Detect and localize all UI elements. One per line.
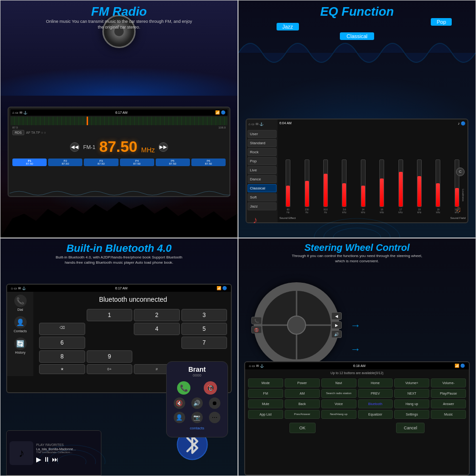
sw-right-btn-1[interactable]: ◀: [331, 312, 342, 320]
sw-btn-search-radio[interactable]: Search radio station: [321, 389, 357, 398]
sw-btn-home[interactable]: Home: [358, 378, 393, 387]
bt-history-icon[interactable]: 🔄: [14, 337, 27, 350]
eq-menu-standard[interactable]: Standard: [248, 139, 277, 147]
fm-time: 6:17 AM: [115, 111, 128, 114]
eq-slider-track-9[interactable]: [436, 159, 440, 207]
eq-menu-jazz[interactable]: Jazz: [248, 202, 277, 210]
sw-btn-mute[interactable]: Mute: [248, 399, 283, 408]
eq-music-note-1: ♪: [253, 215, 258, 226]
eq-menu-dance[interactable]: Dance: [248, 175, 277, 183]
sw-ok-button[interactable]: OK: [289, 423, 316, 433]
sw-btn-equalizer[interactable]: Equalizer: [358, 410, 393, 419]
bt-mute-button[interactable]: 🔇: [174, 397, 185, 409]
bt-home-icon: ⌂ ▭ ✉ ⚓: [11, 287, 26, 290]
bt-key-0[interactable]: 0+: [87, 364, 133, 374]
bt-answer-button[interactable]: 📞: [177, 381, 190, 395]
bt-key-7[interactable]: 7: [181, 337, 228, 349]
bt-key-3[interactable]: 3: [181, 309, 228, 321]
bt-contacts-item: 👤 Contacts: [14, 316, 27, 333]
sw-btn-vol-up[interactable]: Volume+: [394, 378, 429, 387]
sw-btn-vol-down[interactable]: Volume-: [431, 378, 466, 387]
bt-key-1[interactable]: 1: [87, 309, 133, 321]
bt-contacts-icon[interactable]: 👤: [14, 316, 27, 328]
sw-btn-fm[interactable]: FM: [248, 389, 283, 398]
sw-cancel-button[interactable]: Cancel: [396, 423, 425, 433]
sw-btn-settings[interactable]: Settings: [394, 410, 429, 419]
sw-left-btn-2[interactable]: 📵: [251, 326, 262, 334]
sw-btn-navi[interactable]: Navi: [321, 378, 357, 387]
sw-btn-hangup[interactable]: Hang up: [394, 399, 429, 408]
eq-menu-classical[interactable]: Classical: [248, 184, 277, 192]
eq-slider-track-2[interactable]: [305, 159, 309, 207]
eq-slider-track-10[interactable]: [455, 159, 459, 207]
eq-menu-soft[interactable]: Soft: [248, 193, 277, 201]
eq-slider-fill-9: [436, 183, 440, 207]
fm-preset-p5[interactable]: P5 87.50: [156, 159, 190, 166]
sw-btn-applist[interactable]: App List: [248, 410, 283, 419]
bt-key-2[interactable]: 2: [134, 309, 180, 321]
fm-main-title: FM Radio: [0, 4, 238, 19]
sw-btn-next[interactable]: NEXT: [394, 389, 429, 398]
fm-screen: ⌂ ▭ ✉ ⚓ 6:17 AM 📶 🔵 87.5 108.0 RDS AF TA…: [8, 107, 230, 197]
steering-wheel-cell: Steering Wheel Control Through it you ca…: [238, 238, 476, 476]
bt-key-9[interactable]: 9: [87, 350, 133, 363]
eq-menu-live[interactable]: Live: [248, 166, 277, 174]
sw-right-btn-2[interactable]: ▶: [331, 321, 342, 329]
bt-video-btn[interactable]: 📷: [191, 412, 203, 423]
sw-btn-music[interactable]: Music: [431, 410, 466, 419]
sw-hint-text: Up to 12 buttons are available(0/12): [245, 369, 469, 377]
eq-slider-track-1[interactable]: [286, 159, 290, 207]
bt-key-4[interactable]: 4: [134, 323, 180, 335]
sw-btn-mode[interactable]: Mode: [248, 378, 283, 387]
bt-key-6[interactable]: 6: [39, 337, 85, 349]
bt-extra-controls: 🔇 🔊 ⏺: [170, 397, 224, 409]
sw-btn-bluetooth[interactable]: Bluetooth: [358, 399, 393, 408]
fm-next-button[interactable]: ▶▶: [159, 142, 168, 152]
bt-more-btn[interactable]: ⋯: [209, 412, 220, 423]
eq-menu-pop[interactable]: Pop: [248, 157, 277, 165]
bt-caller-name: Brant: [170, 366, 224, 373]
fm-preset-p2[interactable]: P2 87.50: [48, 159, 82, 166]
fm-rds-button[interactable]: RDS: [12, 130, 24, 135]
bt-phone-icon[interactable]: 📞: [14, 295, 27, 307]
bt-speaker-button[interactable]: 🔊: [191, 397, 203, 409]
eq-slider-track-8[interactable]: [417, 159, 422, 207]
eq-menu-rock[interactable]: Rock: [248, 148, 277, 156]
sw-btn-prev[interactable]: PREV: [358, 389, 393, 398]
fm-prev-button[interactable]: ◀◀: [70, 142, 79, 152]
sw-btn-prev-answer[interactable]: Prev/Answer: [285, 410, 320, 419]
fm-af-indicator: AF TA TP ○ ○: [26, 131, 46, 134]
fm-preset-p3-freq: 87.50: [84, 162, 118, 165]
bt-key-backspace[interactable]: ⌫: [39, 323, 85, 335]
fm-preset-p1[interactable]: P1 87.50: [12, 159, 47, 166]
bt-contacts-btn[interactable]: 👤: [174, 412, 185, 423]
bt-decline-button[interactable]: 📵: [204, 381, 217, 395]
sw-btn-back[interactable]: Back: [285, 399, 320, 408]
eq-slider-fill-1: [286, 186, 290, 207]
fm-preset-p6[interactable]: P6 87.50: [191, 159, 226, 166]
sw-btn-play-pause[interactable]: Play/Pause: [431, 389, 466, 398]
fm-frequency-value: 87.50: [99, 138, 137, 156]
sw-wheel-container: 📞 📵 ◀ ▶ 🔊: [254, 282, 339, 368]
bt-dial-label: Dial: [17, 308, 23, 311]
bt-key-star[interactable]: ★: [39, 364, 85, 374]
eq-c-button[interactable]: C: [456, 168, 465, 176]
bt-record-button[interactable]: ⏺: [209, 397, 220, 409]
bt-key-5[interactable]: 5: [181, 323, 228, 335]
sw-signal-icon: 📶 🔵: [455, 364, 465, 368]
fm-preset-p3[interactable]: P3 87.50: [84, 159, 118, 166]
bt-status-label: Bluetooth unconnected: [35, 292, 231, 307]
sw-btn-voice[interactable]: Voice: [321, 399, 357, 408]
sw-btn-power[interactable]: Power: [285, 378, 320, 387]
sw-left-btn-1[interactable]: 📞: [251, 317, 262, 325]
fm-preset-p4[interactable]: P4 87.50: [120, 159, 154, 166]
sw-btn-next-hangup[interactable]: Next/Hang up: [321, 410, 357, 419]
eq-menu-user[interactable]: User: [248, 130, 277, 138]
fm-preset-p6-freq: 87.50: [192, 162, 225, 165]
sw-btn-am[interactable]: AM: [285, 389, 320, 398]
bt-key-8[interactable]: 8: [39, 350, 85, 363]
sw-btn-answer[interactable]: Answer: [431, 399, 466, 408]
sw-arrow-right: →: [350, 319, 361, 332]
sw-right-btn-3[interactable]: 🔊: [331, 330, 342, 338]
sw-left-controls: 📞 📵: [251, 317, 262, 334]
